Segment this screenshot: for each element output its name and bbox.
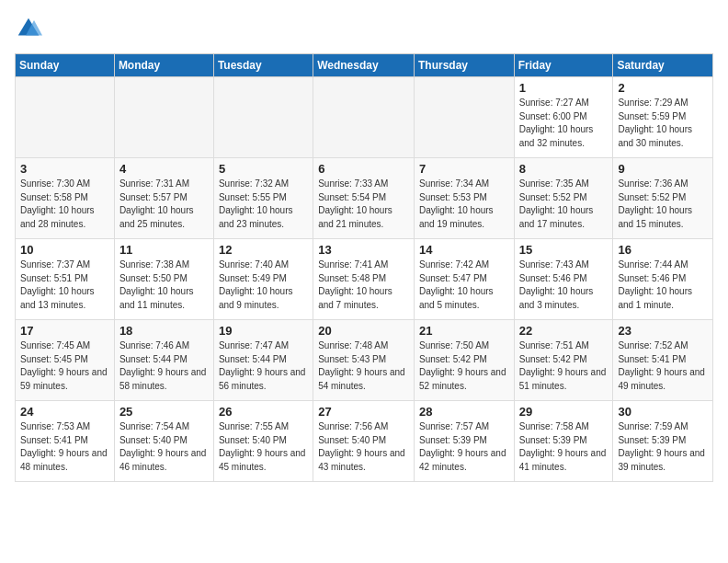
day-number: 16	[618, 243, 708, 257]
day-number: 9	[618, 162, 708, 176]
calendar-cell: 15Sunrise: 7:43 AMSunset: 5:46 PMDayligh…	[514, 239, 613, 320]
calendar-cell: 20Sunrise: 7:48 AMSunset: 5:43 PMDayligh…	[313, 320, 415, 401]
day-info: Sunrise: 7:59 AMSunset: 5:39 PMDaylight:…	[618, 420, 708, 474]
day-header-friday: Friday	[514, 54, 613, 77]
calendar-cell: 23Sunrise: 7:52 AMSunset: 5:41 PMDayligh…	[613, 320, 713, 401]
calendar-cell: 6Sunrise: 7:33 AMSunset: 5:54 PMDaylight…	[313, 158, 415, 239]
day-number: 18	[119, 324, 209, 338]
calendar-cell: 22Sunrise: 7:51 AMSunset: 5:42 PMDayligh…	[514, 320, 613, 401]
day-number: 26	[219, 405, 308, 419]
day-info: Sunrise: 7:37 AMSunset: 5:51 PMDaylight:…	[20, 259, 109, 312]
day-number: 17	[20, 324, 109, 338]
day-info: Sunrise: 7:54 AMSunset: 5:40 PMDaylight:…	[119, 420, 209, 474]
day-number: 14	[419, 243, 509, 257]
day-number: 15	[519, 243, 609, 257]
day-number: 19	[219, 324, 308, 338]
day-info: Sunrise: 7:42 AMSunset: 5:47 PMDaylight:…	[419, 259, 509, 312]
day-info: Sunrise: 7:38 AMSunset: 5:50 PMDaylight:…	[119, 259, 209, 312]
day-number: 12	[219, 243, 308, 257]
day-number: 1	[519, 81, 609, 95]
day-header-sunday: Sunday	[16, 54, 115, 77]
day-info: Sunrise: 7:35 AMSunset: 5:52 PMDaylight:…	[519, 178, 609, 231]
day-number: 25	[119, 405, 209, 419]
calendar-cell: 21Sunrise: 7:50 AMSunset: 5:42 PMDayligh…	[414, 320, 514, 401]
day-number: 3	[20, 162, 109, 176]
calendar-cell	[313, 77, 415, 158]
day-number: 30	[618, 405, 708, 419]
day-header-tuesday: Tuesday	[213, 54, 313, 77]
calendar-cell: 18Sunrise: 7:46 AMSunset: 5:44 PMDayligh…	[114, 320, 213, 401]
calendar-cell: 12Sunrise: 7:40 AMSunset: 5:49 PMDayligh…	[213, 239, 313, 320]
calendar-cell: 11Sunrise: 7:38 AMSunset: 5:50 PMDayligh…	[114, 239, 213, 320]
calendar-cell: 29Sunrise: 7:58 AMSunset: 5:39 PMDayligh…	[514, 401, 613, 482]
day-number: 2	[618, 81, 708, 95]
logo	[15, 15, 46, 42]
day-header-saturday: Saturday	[613, 54, 713, 77]
logo-icon	[15, 15, 42, 42]
calendar-week-1: 1Sunrise: 7:27 AMSunset: 6:00 PMDaylight…	[16, 77, 713, 158]
day-info: Sunrise: 7:53 AMSunset: 5:41 PMDaylight:…	[20, 420, 109, 474]
calendar-cell: 2Sunrise: 7:29 AMSunset: 5:59 PMDaylight…	[613, 77, 713, 158]
calendar-cell: 16Sunrise: 7:44 AMSunset: 5:46 PMDayligh…	[613, 239, 713, 320]
day-info: Sunrise: 7:58 AMSunset: 5:39 PMDaylight:…	[519, 420, 609, 474]
day-info: Sunrise: 7:40 AMSunset: 5:49 PMDaylight:…	[219, 259, 308, 312]
calendar-header-row: SundayMondayTuesdayWednesdayThursdayFrid…	[16, 54, 713, 77]
day-number: 24	[20, 405, 109, 419]
calendar-cell	[114, 77, 213, 158]
calendar-cell: 13Sunrise: 7:41 AMSunset: 5:48 PMDayligh…	[313, 239, 415, 320]
day-number: 27	[318, 405, 409, 419]
day-header-thursday: Thursday	[414, 54, 514, 77]
day-number: 29	[519, 405, 609, 419]
calendar-cell: 25Sunrise: 7:54 AMSunset: 5:40 PMDayligh…	[114, 401, 213, 482]
calendar-cell: 19Sunrise: 7:47 AMSunset: 5:44 PMDayligh…	[213, 320, 313, 401]
day-number: 22	[519, 324, 609, 338]
day-info: Sunrise: 7:36 AMSunset: 5:52 PMDaylight:…	[618, 178, 708, 231]
calendar-cell: 1Sunrise: 7:27 AMSunset: 6:00 PMDaylight…	[514, 77, 613, 158]
calendar-cell: 27Sunrise: 7:56 AMSunset: 5:40 PMDayligh…	[313, 401, 415, 482]
calendar-cell: 7Sunrise: 7:34 AMSunset: 5:53 PMDaylight…	[414, 158, 514, 239]
calendar-cell: 9Sunrise: 7:36 AMSunset: 5:52 PMDaylight…	[613, 158, 713, 239]
day-info: Sunrise: 7:51 AMSunset: 5:42 PMDaylight:…	[519, 339, 609, 393]
day-info: Sunrise: 7:44 AMSunset: 5:46 PMDaylight:…	[618, 259, 708, 312]
calendar-cell: 14Sunrise: 7:42 AMSunset: 5:47 PMDayligh…	[414, 239, 514, 320]
calendar-cell: 17Sunrise: 7:45 AMSunset: 5:45 PMDayligh…	[16, 320, 115, 401]
day-info: Sunrise: 7:50 AMSunset: 5:42 PMDaylight:…	[419, 339, 509, 393]
day-info: Sunrise: 7:29 AMSunset: 5:59 PMDaylight:…	[618, 97, 708, 150]
day-info: Sunrise: 7:43 AMSunset: 5:46 PMDaylight:…	[519, 259, 609, 312]
day-info: Sunrise: 7:55 AMSunset: 5:40 PMDaylight:…	[219, 420, 308, 474]
calendar-cell: 5Sunrise: 7:32 AMSunset: 5:55 PMDaylight…	[213, 158, 313, 239]
day-number: 20	[318, 324, 409, 338]
page-header	[15, 15, 713, 42]
calendar-table: SundayMondayTuesdayWednesdayThursdayFrid…	[15, 53, 713, 482]
calendar-cell	[213, 77, 313, 158]
calendar-week-5: 24Sunrise: 7:53 AMSunset: 5:41 PMDayligh…	[16, 401, 713, 482]
day-info: Sunrise: 7:34 AMSunset: 5:53 PMDaylight:…	[419, 178, 509, 231]
day-number: 4	[119, 162, 209, 176]
day-number: 6	[318, 162, 409, 176]
day-number: 23	[618, 324, 708, 338]
day-info: Sunrise: 7:56 AMSunset: 5:40 PMDaylight:…	[318, 420, 409, 474]
calendar-cell	[414, 77, 514, 158]
day-number: 13	[318, 243, 409, 257]
calendar-cell: 4Sunrise: 7:31 AMSunset: 5:57 PMDaylight…	[114, 158, 213, 239]
calendar-cell: 26Sunrise: 7:55 AMSunset: 5:40 PMDayligh…	[213, 401, 313, 482]
day-info: Sunrise: 7:33 AMSunset: 5:54 PMDaylight:…	[318, 178, 409, 231]
calendar-cell: 3Sunrise: 7:30 AMSunset: 5:58 PMDaylight…	[16, 158, 115, 239]
calendar-cell: 10Sunrise: 7:37 AMSunset: 5:51 PMDayligh…	[16, 239, 115, 320]
day-number: 11	[119, 243, 209, 257]
day-info: Sunrise: 7:31 AMSunset: 5:57 PMDaylight:…	[119, 178, 209, 231]
day-header-monday: Monday	[114, 54, 213, 77]
calendar-week-4: 17Sunrise: 7:45 AMSunset: 5:45 PMDayligh…	[16, 320, 713, 401]
day-info: Sunrise: 7:47 AMSunset: 5:44 PMDaylight:…	[219, 339, 308, 393]
day-info: Sunrise: 7:27 AMSunset: 6:00 PMDaylight:…	[519, 97, 609, 150]
calendar-cell	[16, 77, 115, 158]
day-number: 7	[419, 162, 509, 176]
day-header-wednesday: Wednesday	[313, 54, 415, 77]
day-info: Sunrise: 7:57 AMSunset: 5:39 PMDaylight:…	[419, 420, 509, 474]
calendar-cell: 8Sunrise: 7:35 AMSunset: 5:52 PMDaylight…	[514, 158, 613, 239]
day-info: Sunrise: 7:32 AMSunset: 5:55 PMDaylight:…	[219, 178, 308, 231]
day-info: Sunrise: 7:45 AMSunset: 5:45 PMDaylight:…	[20, 339, 109, 393]
day-info: Sunrise: 7:41 AMSunset: 5:48 PMDaylight:…	[318, 259, 409, 312]
day-number: 28	[419, 405, 509, 419]
calendar-week-2: 3Sunrise: 7:30 AMSunset: 5:58 PMDaylight…	[16, 158, 713, 239]
